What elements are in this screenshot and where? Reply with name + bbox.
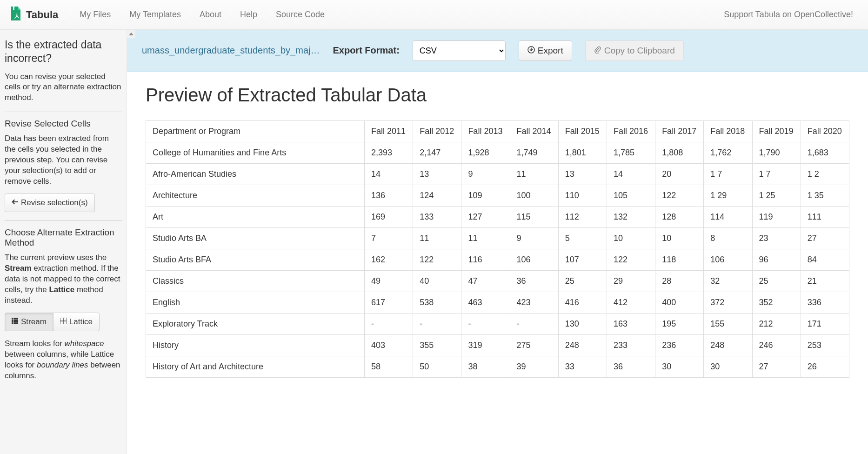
revise-body: Data has been extracted from the cells y…: [5, 134, 122, 187]
table-row: Art169133127115112132128114119111: [146, 207, 849, 228]
cell-value: 248: [558, 335, 607, 356]
cell-value: 195: [655, 314, 704, 335]
nav-help[interactable]: Help: [232, 6, 266, 23]
cell-value: -: [365, 314, 413, 335]
preview-title: Preview of Extracted Tabular Data: [146, 85, 849, 106]
table-row: Studio Arts BA7111195101082327: [146, 228, 849, 249]
col-header-year: Fall 2017: [655, 121, 704, 142]
svg-text:人: 人: [14, 13, 20, 19]
cell-value: 9: [461, 164, 510, 185]
revise-selections-button[interactable]: Revise selection(s): [5, 194, 95, 212]
alt-method-body: The current preview uses the Stream extr…: [5, 253, 122, 306]
svg-rect-6: [14, 320, 16, 322]
cell-value: 11: [461, 228, 510, 249]
export-format-select[interactable]: CSV: [413, 40, 506, 61]
alt-method-title: Choose Alternate Extraction Method: [5, 227, 122, 248]
cell-value: 13: [413, 164, 461, 185]
cell-department: Studio Arts BFA: [146, 249, 365, 271]
cell-department: Afro-American Studies: [146, 164, 365, 185]
export-button[interactable]: Export: [519, 40, 572, 61]
scroll-up-arrow[interactable]: [127, 30, 135, 38]
col-header-year: Fall 2011: [365, 121, 413, 142]
cell-value: 355: [413, 335, 461, 356]
cell-value: 11: [413, 228, 461, 249]
cell-department: Studio Arts BA: [146, 228, 365, 249]
copy-clipboard-button[interactable]: Copy to Clipboard: [585, 40, 684, 61]
nav-my-files[interactable]: My Files: [71, 6, 119, 23]
cell-value: 2,147: [413, 142, 461, 164]
cell-value: 1 2: [801, 164, 849, 185]
cell-value: 127: [461, 207, 510, 228]
cell-value: 36: [607, 356, 655, 378]
cell-value: 1,762: [704, 142, 752, 164]
copy-button-label: Copy to Clipboard: [604, 46, 675, 56]
cell-value: 105: [607, 185, 655, 207]
cell-value: 84: [801, 249, 849, 271]
svg-rect-4: [16, 318, 18, 320]
method-toggle: Stream Lattice: [5, 313, 122, 331]
table-row: History403355319275248233236248246253: [146, 335, 849, 356]
revise-title: Revise Selected Cells: [5, 119, 122, 129]
table-row: Exploratory Track----130163195155212171: [146, 314, 849, 335]
grid-icon: [12, 317, 18, 327]
cell-value: 28: [655, 271, 704, 292]
svg-rect-10: [16, 322, 18, 324]
cell-value: 2,393: [365, 142, 413, 164]
cell-value: 21: [801, 271, 849, 292]
cell-department: Exploratory Track: [146, 314, 365, 335]
cell-value: 10: [655, 228, 704, 249]
cell-value: 400: [655, 292, 704, 314]
cell-value: 116: [461, 249, 510, 271]
cell-value: 115: [510, 207, 558, 228]
cell-value: 1,808: [655, 142, 704, 164]
cell-value: 107: [558, 249, 607, 271]
nav-my-templates[interactable]: My Templates: [121, 6, 189, 23]
cell-value: 423: [510, 292, 558, 314]
cell-value: 39: [510, 356, 558, 378]
chevron-up-icon: [129, 33, 134, 35]
cell-value: 33: [558, 356, 607, 378]
nav-support[interactable]: Support Tabula on OpenCollective!: [718, 6, 859, 23]
lattice-button-label: Lattice: [69, 317, 93, 327]
cell-value: 1 7: [704, 164, 752, 185]
cell-value: 100: [510, 185, 558, 207]
cell-department: History of Art and Architecture: [146, 356, 365, 378]
cell-value: 26: [801, 356, 849, 378]
sidebar-question-body: You can revise your selected cells or tr…: [5, 72, 122, 104]
cell-value: 118: [655, 249, 704, 271]
cell-value: -: [461, 314, 510, 335]
cell-value: 14: [607, 164, 655, 185]
main: umass_undergraduate_students_by_maj… Exp…: [127, 30, 868, 454]
cell-value: 1,785: [607, 142, 655, 164]
brand-icon: 人: [9, 6, 22, 24]
cell-value: 162: [365, 249, 413, 271]
cell-value: 403: [365, 335, 413, 356]
cell-value: 114: [704, 207, 752, 228]
nav-source-code[interactable]: Source Code: [267, 6, 333, 23]
cell-value: 133: [413, 207, 461, 228]
stream-button[interactable]: Stream: [5, 313, 53, 331]
cell-value: 29: [607, 271, 655, 292]
brand[interactable]: 人 Tabula: [9, 6, 58, 24]
cell-value: 538: [413, 292, 461, 314]
cell-value: 372: [704, 292, 752, 314]
cell-value: 27: [801, 228, 849, 249]
table-row: English617538463423416412400372352336: [146, 292, 849, 314]
cell-value: 8: [704, 228, 752, 249]
cell-value: 106: [704, 249, 752, 271]
download-icon: [527, 46, 535, 56]
cell-value: 163: [607, 314, 655, 335]
cell-value: 352: [752, 292, 801, 314]
cell-value: 106: [510, 249, 558, 271]
cell-department: College of Humanities and Fine Arts: [146, 142, 365, 164]
cell-value: 109: [461, 185, 510, 207]
lattice-button[interactable]: Lattice: [53, 313, 100, 331]
svg-rect-8: [12, 322, 13, 324]
nav-about[interactable]: About: [191, 6, 230, 23]
svg-rect-3: [14, 318, 16, 320]
table-row: Classics49404736252928322521: [146, 271, 849, 292]
filename: umass_undergraduate_students_by_maj…: [142, 45, 320, 56]
cell-value: 47: [461, 271, 510, 292]
divider: [5, 220, 122, 221]
cell-value: 171: [801, 314, 849, 335]
